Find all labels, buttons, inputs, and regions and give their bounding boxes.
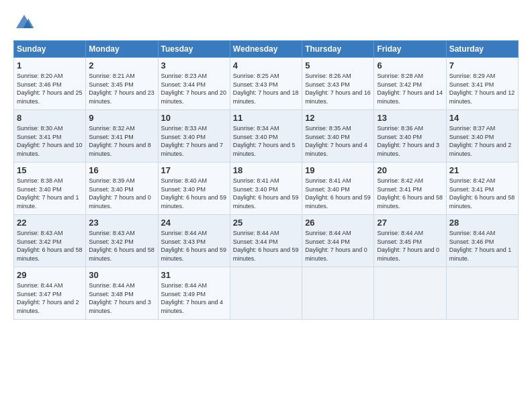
calendar-cell: 20Sunrise: 8:42 AMSunset: 3:41 PMDayligh… — [374, 163, 446, 215]
day-info: Sunrise: 8:44 AMSunset: 3:45 PMDaylight:… — [377, 229, 443, 263]
day-info: Sunrise: 8:42 AMSunset: 3:41 PMDaylight:… — [377, 177, 443, 210]
day-info: Sunrise: 8:44 AMSunset: 3:44 PMDaylight:… — [233, 229, 299, 263]
header-row: Sunday Monday Tuesday Wednesday Thursday… — [14, 41, 519, 58]
day-number: 31 — [161, 270, 227, 280]
day-info: Sunrise: 8:35 AMSunset: 3:40 PMDaylight:… — [305, 124, 371, 158]
col-wednesday: Wednesday — [230, 41, 302, 58]
col-saturday: Saturday — [446, 41, 518, 58]
day-number: 24 — [161, 218, 227, 228]
day-number: 27 — [377, 218, 443, 228]
calendar-cell: 7Sunrise: 8:29 AMSunset: 3:41 PMDaylight… — [446, 58, 518, 110]
day-number: 4 — [233, 60, 299, 71]
day-info: Sunrise: 8:44 AMSunset: 3:44 PMDaylight:… — [305, 229, 371, 263]
day-number: 22 — [17, 218, 83, 228]
day-number: 15 — [17, 165, 83, 175]
header — [13, 12, 519, 34]
col-thursday: Thursday — [302, 41, 374, 58]
calendar-cell — [374, 267, 446, 320]
calendar-cell: 13Sunrise: 8:36 AMSunset: 3:40 PMDayligh… — [374, 110, 446, 163]
day-info: Sunrise: 8:21 AMSunset: 3:45 PMDaylight:… — [89, 72, 154, 105]
day-number: 2 — [89, 60, 154, 71]
day-number: 11 — [233, 113, 299, 123]
day-info: Sunrise: 8:38 AMSunset: 3:40 PMDaylight:… — [17, 177, 83, 210]
page: Sunday Monday Tuesday Wednesday Thursday… — [0, 0, 532, 328]
calendar-cell: 15Sunrise: 8:38 AMSunset: 3:40 PMDayligh… — [14, 163, 86, 215]
calendar-cell: 23Sunrise: 8:43 AMSunset: 3:42 PMDayligh… — [86, 215, 158, 267]
day-number: 17 — [161, 165, 227, 175]
day-number: 1 — [17, 60, 83, 71]
day-number: 20 — [377, 165, 443, 175]
day-info: Sunrise: 8:33 AMSunset: 3:40 PMDaylight:… — [161, 124, 227, 158]
day-number: 12 — [305, 113, 371, 123]
calendar-cell: 27Sunrise: 8:44 AMSunset: 3:45 PMDayligh… — [374, 215, 446, 267]
calendar-cell: 5Sunrise: 8:26 AMSunset: 3:43 PMDaylight… — [302, 58, 374, 110]
calendar-row: 22Sunrise: 8:43 AMSunset: 3:42 PMDayligh… — [14, 215, 519, 267]
day-info: Sunrise: 8:44 AMSunset: 3:46 PMDaylight:… — [449, 229, 515, 263]
calendar-cell: 17Sunrise: 8:40 AMSunset: 3:40 PMDayligh… — [158, 163, 230, 215]
day-info: Sunrise: 8:41 AMSunset: 3:40 PMDaylight:… — [233, 177, 299, 210]
day-info: Sunrise: 8:42 AMSunset: 3:41 PMDaylight:… — [449, 177, 515, 210]
day-info: Sunrise: 8:44 AMSunset: 3:43 PMDaylight:… — [161, 229, 227, 263]
day-number: 21 — [449, 165, 515, 175]
calendar-cell: 14Sunrise: 8:37 AMSunset: 3:40 PMDayligh… — [446, 110, 518, 163]
calendar-cell: 19Sunrise: 8:41 AMSunset: 3:40 PMDayligh… — [302, 163, 374, 215]
day-number: 10 — [161, 113, 227, 123]
calendar-cell — [230, 267, 302, 320]
day-info: Sunrise: 8:44 AMSunset: 3:49 PMDaylight:… — [161, 281, 227, 315]
day-info: Sunrise: 8:28 AMSunset: 3:42 PMDaylight:… — [377, 72, 443, 105]
day-number: 30 — [89, 270, 154, 280]
calendar-cell: 28Sunrise: 8:44 AMSunset: 3:46 PMDayligh… — [446, 215, 518, 267]
day-info: Sunrise: 8:32 AMSunset: 3:41 PMDaylight:… — [89, 124, 154, 158]
calendar-cell — [446, 267, 518, 320]
calendar-row: 1Sunrise: 8:20 AMSunset: 3:46 PMDaylight… — [14, 58, 519, 110]
calendar-cell: 24Sunrise: 8:44 AMSunset: 3:43 PMDayligh… — [158, 215, 230, 267]
day-info: Sunrise: 8:34 AMSunset: 3:40 PMDaylight:… — [233, 124, 299, 158]
calendar-cell: 4Sunrise: 8:25 AMSunset: 3:43 PMDaylight… — [230, 58, 302, 110]
day-info: Sunrise: 8:43 AMSunset: 3:42 PMDaylight:… — [89, 229, 154, 263]
day-number: 6 — [377, 60, 443, 71]
day-info: Sunrise: 8:30 AMSunset: 3:41 PMDaylight:… — [17, 124, 83, 158]
day-info: Sunrise: 8:43 AMSunset: 3:42 PMDaylight:… — [17, 229, 83, 263]
col-tuesday: Tuesday — [158, 41, 230, 58]
day-info: Sunrise: 8:44 AMSunset: 3:47 PMDaylight:… — [17, 281, 83, 315]
day-number: 25 — [233, 218, 299, 228]
day-number: 7 — [449, 60, 515, 71]
day-number: 26 — [305, 218, 371, 228]
logo — [13, 12, 39, 34]
day-info: Sunrise: 8:39 AMSunset: 3:40 PMDaylight:… — [89, 177, 154, 210]
calendar-cell: 1Sunrise: 8:20 AMSunset: 3:46 PMDaylight… — [14, 58, 86, 110]
day-number: 19 — [305, 165, 371, 175]
day-info: Sunrise: 8:41 AMSunset: 3:40 PMDaylight:… — [305, 177, 371, 210]
calendar-cell: 11Sunrise: 8:34 AMSunset: 3:40 PMDayligh… — [230, 110, 302, 163]
calendar-cell: 29Sunrise: 8:44 AMSunset: 3:47 PMDayligh… — [14, 267, 86, 320]
calendar-cell: 18Sunrise: 8:41 AMSunset: 3:40 PMDayligh… — [230, 163, 302, 215]
calendar-cell: 6Sunrise: 8:28 AMSunset: 3:42 PMDaylight… — [374, 58, 446, 110]
calendar-row: 15Sunrise: 8:38 AMSunset: 3:40 PMDayligh… — [14, 163, 519, 215]
calendar-cell — [302, 267, 374, 320]
day-number: 14 — [449, 113, 515, 123]
day-number: 18 — [233, 165, 299, 175]
day-info: Sunrise: 8:20 AMSunset: 3:46 PMDaylight:… — [17, 72, 83, 105]
calendar-cell: 30Sunrise: 8:44 AMSunset: 3:48 PMDayligh… — [86, 267, 158, 320]
day-number: 29 — [17, 270, 83, 280]
day-info: Sunrise: 8:37 AMSunset: 3:40 PMDaylight:… — [449, 124, 515, 158]
calendar-cell: 9Sunrise: 8:32 AMSunset: 3:41 PMDaylight… — [86, 110, 158, 163]
col-sunday: Sunday — [14, 41, 86, 58]
day-info: Sunrise: 8:25 AMSunset: 3:43 PMDaylight:… — [233, 72, 299, 105]
day-number: 3 — [161, 60, 227, 71]
calendar-row: 29Sunrise: 8:44 AMSunset: 3:47 PMDayligh… — [14, 267, 519, 320]
day-number: 9 — [89, 113, 154, 123]
day-info: Sunrise: 8:23 AMSunset: 3:44 PMDaylight:… — [161, 72, 227, 105]
calendar-cell: 26Sunrise: 8:44 AMSunset: 3:44 PMDayligh… — [302, 215, 374, 267]
calendar-cell: 8Sunrise: 8:30 AMSunset: 3:41 PMDaylight… — [14, 110, 86, 163]
day-info: Sunrise: 8:40 AMSunset: 3:40 PMDaylight:… — [161, 177, 227, 210]
day-info: Sunrise: 8:36 AMSunset: 3:40 PMDaylight:… — [377, 124, 443, 158]
day-number: 23 — [89, 218, 154, 228]
calendar-cell: 31Sunrise: 8:44 AMSunset: 3:49 PMDayligh… — [158, 267, 230, 320]
calendar-cell: 10Sunrise: 8:33 AMSunset: 3:40 PMDayligh… — [158, 110, 230, 163]
calendar-cell: 22Sunrise: 8:43 AMSunset: 3:42 PMDayligh… — [14, 215, 86, 267]
day-info: Sunrise: 8:29 AMSunset: 3:41 PMDaylight:… — [449, 72, 515, 105]
day-number: 13 — [377, 113, 443, 123]
day-info: Sunrise: 8:44 AMSunset: 3:48 PMDaylight:… — [89, 281, 154, 315]
calendar-cell: 25Sunrise: 8:44 AMSunset: 3:44 PMDayligh… — [230, 215, 302, 267]
